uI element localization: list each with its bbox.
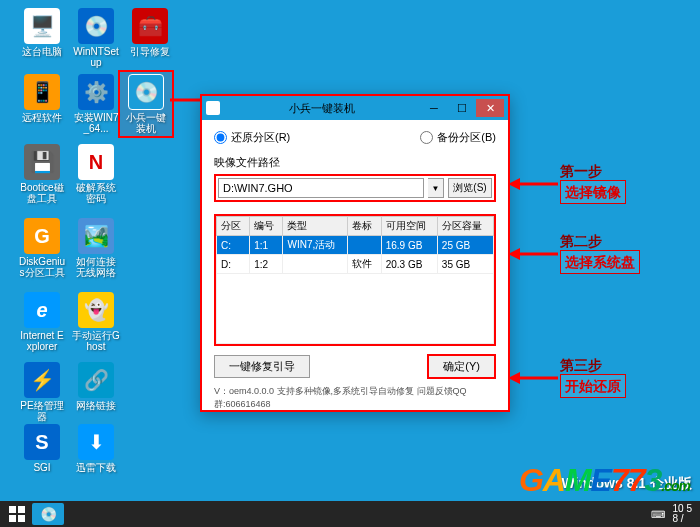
close-button[interactable]: ✕: [476, 99, 504, 117]
window-title: 小兵一键装机: [224, 101, 420, 116]
taskbar: 💿 ⌨ 10 58 /: [0, 501, 700, 527]
desktop-icon-computer[interactable]: 🖥️这台电脑: [18, 8, 66, 57]
path-dropdown-icon[interactable]: ▼: [428, 178, 444, 198]
desktop-icon-xiaobing[interactable]: 💿小兵一键装机: [118, 70, 174, 138]
arrow-step3: [508, 370, 558, 386]
svg-rect-9: [18, 506, 25, 513]
svg-marker-5: [508, 248, 520, 260]
desktop-icon-penetwork[interactable]: ⚡PE络管理器: [18, 362, 66, 422]
radio-restore[interactable]: 还原分区(R): [214, 130, 290, 145]
desktop-icon-thunder[interactable]: ⬇迅雷下载: [72, 424, 120, 473]
table-row[interactable]: D:1:2软件20.3 GB35 GB: [217, 255, 494, 274]
dialog-footer: V：oem4.0.0.0 支持多种镜像,多系统引导自动修复 问题反馈QQ群:60…: [214, 385, 496, 411]
tray-keyboard-icon[interactable]: ⌨: [651, 509, 665, 520]
browse-button[interactable]: 浏览(S): [448, 178, 492, 198]
svg-rect-11: [18, 515, 25, 522]
image-path-input[interactable]: [218, 178, 424, 198]
system-tray[interactable]: ⌨ 10 58 /: [651, 504, 696, 524]
desktop-icon-sgi[interactable]: SSGI: [18, 424, 66, 473]
app-icon: [206, 101, 220, 115]
desktop-icon-bootrepair[interactable]: 🧰引导修复: [126, 8, 174, 57]
col-label[interactable]: 卷标: [348, 217, 381, 236]
col-type[interactable]: 类型: [283, 217, 348, 236]
desktop-icon-win7install[interactable]: ⚙️安装WIN7_64...: [72, 74, 120, 134]
watermark: GAME773.com: [519, 462, 690, 499]
table-row[interactable]: C:1:1WIN7,活动16.9 GB25 GB: [217, 236, 494, 255]
desktop-icon-diskgenius[interactable]: GDiskGenius分区工具: [18, 218, 66, 278]
desktop-icon-winntsetup[interactable]: 💿WinNTSetup: [72, 8, 120, 68]
desktop-icon-crackpwd[interactable]: N破解系统密码: [72, 144, 120, 204]
desktop-icon-remote[interactable]: 📱远程软件: [18, 74, 66, 123]
arrow-step2: [508, 246, 558, 262]
annotation-step1: 第一步 选择镜像: [560, 162, 626, 204]
taskbar-app-icon[interactable]: 💿: [32, 503, 64, 525]
path-row: ▼ 浏览(S): [214, 174, 496, 202]
radio-backup[interactable]: 备份分区(B): [420, 130, 496, 145]
annotation-step3: 第三步 开始还原: [560, 356, 626, 398]
ok-button[interactable]: 确定(Y): [427, 354, 496, 379]
maximize-button[interactable]: ☐: [448, 99, 476, 117]
svg-rect-8: [9, 506, 16, 513]
desktop-icon-wifi[interactable]: 🏞️如何连接无线网络: [72, 218, 120, 278]
titlebar[interactable]: 小兵一键装机 ─ ☐ ✕: [202, 96, 508, 120]
svg-marker-3: [508, 178, 520, 190]
installer-dialog: 小兵一键装机 ─ ☐ ✕ 还原分区(R) 备份分区(B) 映像文件路径 ▼ 浏览…: [200, 94, 510, 412]
desktop-icon-ie[interactable]: eInternet Explorer: [18, 292, 66, 352]
svg-marker-7: [508, 372, 520, 384]
fix-boot-button[interactable]: 一键修复引导: [214, 355, 310, 378]
col-number[interactable]: 编号: [250, 217, 283, 236]
path-label: 映像文件路径: [214, 155, 496, 170]
col-partition[interactable]: 分区: [217, 217, 250, 236]
partition-table: 分区 编号 类型 卷标 可用空间 分区容量 C:1:1WIN7,活动16.9 G…: [214, 214, 496, 346]
col-free[interactable]: 可用空间: [381, 217, 437, 236]
desktop-icon-bootice[interactable]: 💾Bootice磁盘工具: [18, 144, 66, 204]
start-button[interactable]: [4, 503, 30, 525]
annotation-step2: 第二步 选择系统盘: [560, 232, 640, 274]
svg-rect-10: [9, 515, 16, 522]
arrow-step1: [508, 176, 558, 192]
desktop-icon-ghost[interactable]: 👻手动运行Ghost: [72, 292, 120, 352]
desktop-icon-netlink[interactable]: 🔗网络链接: [72, 362, 120, 411]
minimize-button[interactable]: ─: [420, 99, 448, 117]
col-size[interactable]: 分区容量: [437, 217, 493, 236]
